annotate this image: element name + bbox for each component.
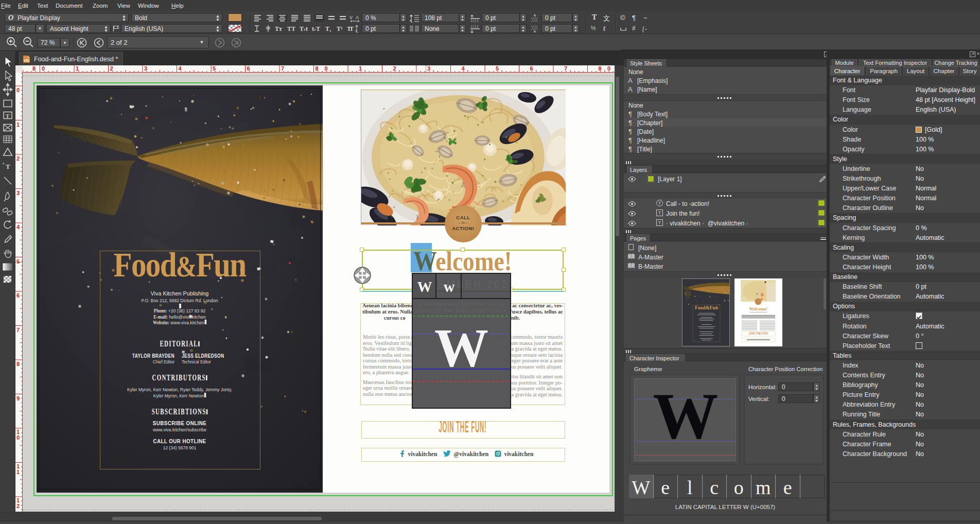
svg-text:1: 1 [16,469,20,475]
svg-text:0: 0 [16,87,20,93]
svg-text:2: 2 [16,155,20,162]
svg-text:T: T [349,25,354,32]
svg-text:A: A [356,15,359,20]
svg-text:3: 3 [16,190,20,196]
svg-text:7: 7 [564,65,567,72]
svg-text:Tт: Tт [275,25,282,32]
svg-text:t›T: t›T [312,25,320,32]
svg-text:0: 0 [42,65,45,72]
svg-text:6: 6 [16,292,20,299]
svg-text:8: 8 [599,65,602,72]
svg-text:0: 0 [325,65,328,72]
svg-text:T: T [6,163,10,170]
svg-text:8: 8 [32,65,36,72]
svg-text:TT: TT [287,25,295,32]
svg-text:Welcome!: Welcome! [749,306,768,311]
svg-text:JOIN THE FUN!: JOIN THE FUN! [749,331,768,335]
svg-text:3: 3 [144,65,147,72]
svg-text:8: 8 [16,361,20,367]
svg-text:VD: VD [24,58,29,63]
svg-text:T›t: T›t [300,25,308,32]
svg-text:2: 2 [110,65,113,72]
svg-text:T₁: T₁ [325,25,331,32]
svg-text:+: + [2,161,5,166]
svg-text:4: 4 [462,65,465,72]
svg-text:9: 9 [16,395,20,401]
svg-text:5: 5 [496,65,499,72]
svg-text:7: 7 [281,65,284,72]
svg-text:1: 1 [359,65,362,72]
svg-text:6: 6 [530,65,533,72]
svg-text:0: 0 [607,65,610,72]
svg-text:4: 4 [179,65,182,72]
svg-text:7: 7 [16,327,20,333]
svg-text:3: 3 [427,65,430,72]
svg-text:T: T [6,113,10,119]
svg-text:8: 8 [316,65,319,72]
svg-text:5: 5 [213,65,216,72]
svg-text:0: 0 [16,434,20,441]
svg-text:6: 6 [247,65,250,72]
svg-text:4: 4 [16,224,20,230]
svg-text:T¹: T¹ [337,25,343,32]
svg-text:1: 1 [16,121,20,128]
svg-text:V: V [349,15,353,20]
svg-text:Food&Fun: Food&Fun [695,305,719,310]
svg-text:2: 2 [393,65,396,72]
svg-text:5: 5 [16,258,20,265]
svg-text:2: 2 [16,503,20,509]
svg-text:1: 1 [76,65,79,72]
